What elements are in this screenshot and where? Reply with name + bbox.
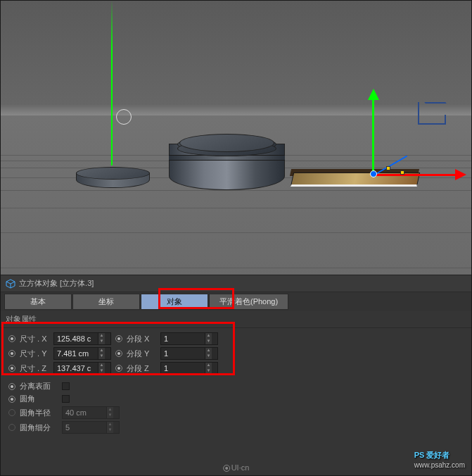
spinner-down-icon[interactable]: ▼: [98, 368, 105, 374]
spinner-up-icon[interactable]: ▲: [205, 348, 212, 353]
spinner-down-icon: ▼: [106, 413, 113, 418]
watermark-url: www.psahz.com: [414, 461, 465, 469]
world-y-axis: [111, 0, 113, 165]
cursor-circle: [116, 109, 132, 125]
field-fillet-sub: ▲▼: [62, 421, 120, 434]
anim-dot-icon[interactable]: [8, 365, 15, 372]
anim-dot-icon[interactable]: [115, 350, 122, 357]
arrow-right-icon: [455, 169, 466, 180]
input-size-x[interactable]: [54, 334, 98, 343]
footer-logo: UI·cn: [223, 463, 250, 472]
checkbox-separate[interactable]: [62, 382, 70, 390]
properties-grid: 尺寸 . X ▲▼ 分段 X ▲▼ 尺寸 . Y ▲▼ 分段 Y ▲▼ 尺寸 .…: [0, 328, 472, 440]
input-fillet-radius: [63, 408, 106, 417]
field-size-x[interactable]: ▲▼: [53, 332, 111, 345]
field-seg-y[interactable]: ▲▼: [160, 347, 218, 360]
spinner-down-icon[interactable]: ▼: [205, 339, 212, 344]
arrow-up-icon: [368, 89, 379, 100]
row-size-y: 尺寸 . Y ▲▼ 分段 Y ▲▼: [8, 347, 464, 360]
anim-dot-icon[interactable]: [8, 383, 15, 390]
label-seg-z: 分段 Z: [127, 363, 156, 374]
label-seg-x: 分段 X: [127, 334, 156, 344]
checkbox-fillet[interactable]: [62, 395, 70, 403]
anim-dot-icon: [8, 424, 15, 431]
tab-coord[interactable]: 坐标: [72, 294, 140, 310]
label-size-y: 尺寸 . Y: [20, 349, 49, 359]
field-size-z[interactable]: ▲▼: [53, 362, 111, 375]
spinner-up-icon[interactable]: ▲: [98, 348, 105, 353]
row-fillet: 圆角: [8, 394, 464, 404]
input-size-y[interactable]: [54, 349, 98, 358]
attribute-panel: 立方体对象 [立方体.3] 基本 坐标 对象 平滑着色(Phong) 对象属性 …: [0, 275, 472, 476]
anim-dot-icon[interactable]: [8, 396, 15, 403]
watermark-brand: PS 爱好者: [414, 451, 450, 459]
label-size-x: 尺寸 . X: [20, 334, 49, 344]
spinner-down-icon[interactable]: ▼: [98, 339, 105, 344]
spinner-up-icon: ▲: [106, 422, 113, 427]
gizmo-y-axis[interactable]: [372, 92, 374, 175]
field-size-y[interactable]: ▲▼: [53, 347, 111, 360]
tab-bar: 基本 坐标 对象 平滑着色(Phong): [0, 292, 472, 311]
panel-title-row: 立方体对象 [立方体.3]: [0, 275, 472, 292]
label-fillet: 圆角: [20, 394, 58, 404]
spinner-up-icon[interactable]: ▲: [98, 363, 105, 368]
spinner-down-icon[interactable]: ▼: [98, 353, 105, 359]
spinner-down-icon[interactable]: ▼: [205, 353, 212, 359]
label-seg-y: 分段 Y: [127, 349, 156, 359]
label-fillet-sub: 圆角细分: [20, 422, 58, 433]
row-fillet-sub: 圆角细分 ▲▼: [8, 421, 464, 434]
anim-dot-icon[interactable]: [8, 350, 15, 357]
panel-title: 立方体对象 [立方体.3]: [19, 278, 94, 289]
anim-dot-icon: [8, 409, 15, 416]
3d-viewport[interactable]: [0, 0, 472, 275]
field-seg-x[interactable]: ▲▼: [160, 332, 218, 345]
input-fillet-sub: [63, 423, 106, 432]
row-size-x: 尺寸 . X ▲▼ 分段 X ▲▼: [8, 332, 464, 345]
spinner-up-icon[interactable]: ▲: [205, 363, 212, 368]
spinner-up-icon: ▲: [106, 407, 113, 413]
label-size-z: 尺寸 . Z: [20, 363, 49, 374]
tab-object[interactable]: 对象: [141, 294, 208, 310]
spinner-down-icon: ▼: [106, 427, 113, 433]
watermark: PS 爱好者 www.psahz.com: [414, 445, 465, 469]
anim-dot-icon[interactable]: [115, 335, 122, 342]
input-seg-y[interactable]: [161, 349, 205, 358]
cube-object[interactable]: [291, 173, 420, 187]
label-fillet-radius: 圆角半径: [20, 408, 58, 418]
row-fillet-radius: 圆角半径 ▲▼: [8, 406, 464, 419]
spinner-up-icon[interactable]: ▲: [205, 333, 212, 339]
input-size-z[interactable]: [54, 364, 98, 372]
disc-object[interactable]: [76, 167, 150, 188]
input-seg-z[interactable]: [161, 364, 205, 372]
spinner-up-icon[interactable]: ▲: [98, 333, 105, 339]
cube-icon: [6, 279, 15, 289]
row-separate: 分离表面: [8, 381, 464, 392]
anim-dot-icon[interactable]: [8, 335, 15, 342]
logo-dot-icon: [223, 465, 230, 472]
input-seg-x[interactable]: [161, 334, 205, 343]
view-indicator[interactable]: [418, 102, 457, 134]
anim-dot-icon[interactable]: [115, 365, 122, 372]
cylinder-object[interactable]: [169, 134, 285, 190]
row-size-z: 尺寸 . Z ▲▼ 分段 Z ▲▼: [8, 362, 464, 375]
label-separate: 分离表面: [20, 381, 58, 392]
field-fillet-radius: ▲▼: [62, 406, 120, 419]
section-header: 对象属性: [0, 311, 472, 328]
field-seg-z[interactable]: ▲▼: [160, 362, 218, 375]
tab-phong[interactable]: 平滑着色(Phong): [209, 294, 288, 310]
spinner-down-icon[interactable]: ▼: [205, 368, 212, 374]
tab-basic[interactable]: 基本: [4, 294, 72, 310]
